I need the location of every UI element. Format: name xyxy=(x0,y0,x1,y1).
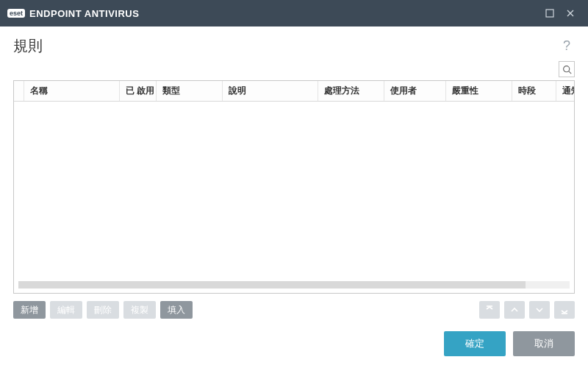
rules-table: 名稱 已 啟用 類型 說明 處理方法 使用者 嚴重性 時段 通知 xyxy=(13,80,575,294)
move-top-button xyxy=(479,301,500,319)
rules-toolbar: 新增 編輯 刪除 複製 填入 xyxy=(0,294,588,319)
move-down-button xyxy=(529,301,550,319)
table-body[interactable] xyxy=(14,102,574,293)
ok-button[interactable]: 確定 xyxy=(444,331,506,356)
cancel-button[interactable]: 取消 xyxy=(513,331,575,356)
col-period[interactable]: 時段 xyxy=(512,81,556,101)
copy-button: 複製 xyxy=(123,301,156,319)
help-button[interactable]: ? xyxy=(559,35,575,57)
chevron-up-icon xyxy=(510,305,519,314)
product-name: ENDPOINT ANTIVIRUS xyxy=(29,8,139,19)
search-row xyxy=(0,61,588,80)
move-bottom-button xyxy=(554,301,575,319)
minimize-icon xyxy=(545,9,554,18)
minimize-button[interactable] xyxy=(539,3,560,24)
horizontal-scroll-thumb[interactable] xyxy=(18,281,526,289)
move-up-button xyxy=(504,301,525,319)
row-handle-header xyxy=(14,81,24,101)
brand-logo: eset ENDPOINT ANTIVIRUS xyxy=(7,8,139,19)
page-header: 規則 ? xyxy=(0,26,588,61)
col-notify[interactable]: 通知 xyxy=(556,81,574,101)
close-icon xyxy=(566,9,575,18)
add-button[interactable]: 新增 xyxy=(13,301,46,319)
table-header-row: 名稱 已 啟用 類型 說明 處理方法 使用者 嚴重性 時段 通知 xyxy=(14,81,574,102)
horizontal-scrollbar[interactable] xyxy=(18,281,570,289)
svg-rect-0 xyxy=(546,10,553,17)
col-name[interactable]: 名稱 xyxy=(24,81,120,101)
edit-button: 編輯 xyxy=(50,301,82,319)
chevron-bottom-icon xyxy=(560,305,569,314)
close-button[interactable] xyxy=(560,3,581,24)
chevron-top-icon xyxy=(485,305,494,314)
dialog-footer: 確定 取消 xyxy=(444,331,575,356)
search-button[interactable] xyxy=(559,61,575,77)
search-icon xyxy=(562,65,572,74)
chevron-down-icon xyxy=(535,305,544,314)
col-enabled[interactable]: 已 啟用 xyxy=(120,81,157,101)
col-type[interactable]: 類型 xyxy=(157,81,223,101)
svg-line-2 xyxy=(568,71,570,73)
brand-badge: eset xyxy=(7,9,25,18)
col-action[interactable]: 處理方法 xyxy=(318,81,384,101)
titlebar: eset ENDPOINT ANTIVIRUS xyxy=(0,0,588,26)
col-desc[interactable]: 說明 xyxy=(223,81,318,101)
insert-button[interactable]: 填入 xyxy=(160,301,193,319)
col-severity[interactable]: 嚴重性 xyxy=(446,81,512,101)
svg-point-1 xyxy=(563,66,569,71)
delete-button: 刪除 xyxy=(87,301,119,319)
col-user[interactable]: 使用者 xyxy=(384,81,446,101)
page-title: 規則 xyxy=(13,36,43,56)
